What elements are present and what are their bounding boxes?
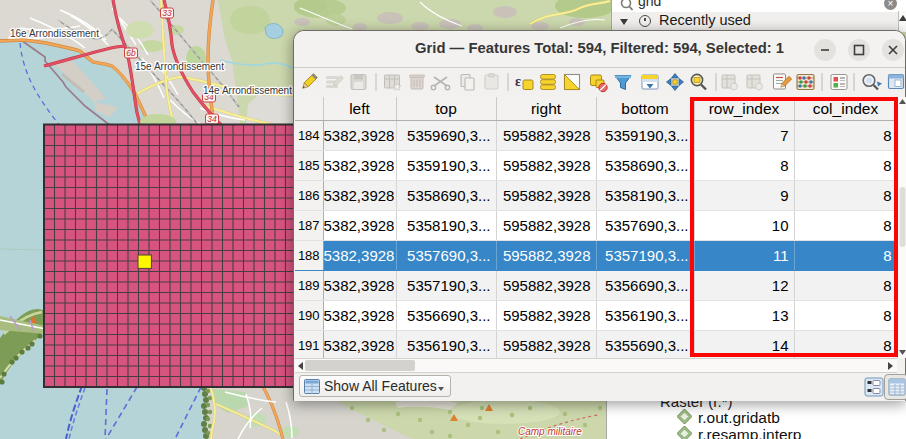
- svg-text:Camp militaire: Camp militaire: [518, 426, 582, 437]
- svg-text:33: 33: [162, 8, 172, 18]
- svg-text:16e Arrondissement: 16e Arrondissement: [10, 28, 99, 39]
- svg-text:14e Arrondissement: 14e Arrondissement: [203, 85, 292, 96]
- svg-text:34: 34: [207, 114, 217, 124]
- svg-text:15e Arrondissement: 15e Arrondissement: [135, 61, 224, 72]
- svg-text:6b: 6b: [126, 48, 136, 58]
- svg-text:ε: ε: [515, 74, 521, 89]
